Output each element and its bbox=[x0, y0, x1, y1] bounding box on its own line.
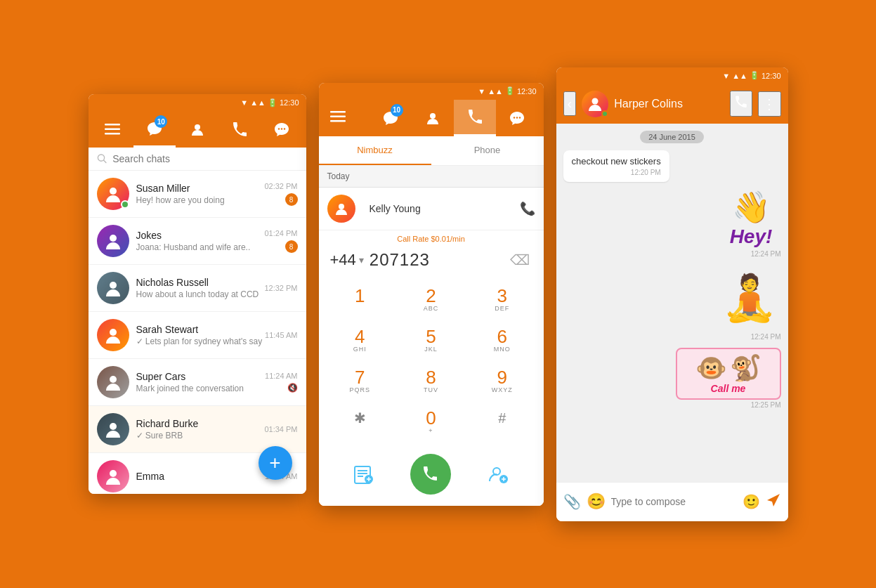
svg-point-14 bbox=[110, 423, 117, 430]
chat-info-nicholas: Nicholas Russell How about a lunch today… bbox=[136, 277, 265, 299]
avatar-jokes bbox=[97, 225, 129, 257]
chat-name-sarah: Sarah Stewart bbox=[136, 324, 266, 335]
send-icon[interactable] bbox=[766, 492, 781, 511]
chat-name-jokes: Jokes bbox=[136, 230, 265, 241]
svg-point-19 bbox=[430, 113, 436, 119]
chat-item-sarah[interactable]: Sarah Stewart ✓ Lets plan for sydney wha… bbox=[89, 312, 306, 359]
mute-icon: 🔇 bbox=[287, 383, 298, 393]
backspace-button[interactable]: ⌫ bbox=[507, 249, 532, 271]
monkey-icon-left: 🐵 bbox=[695, 353, 727, 383]
svg-line-8 bbox=[103, 160, 105, 162]
contacts-btn[interactable] bbox=[348, 459, 379, 490]
chat-item-supercars[interactable]: Super Cars Mark joined the conversation … bbox=[89, 359, 306, 406]
attach-icon[interactable]: 📎 bbox=[563, 493, 581, 510]
chat-time-richard: 01:34 PM bbox=[264, 425, 297, 433]
recent-call-kelly[interactable]: Kelly Young 📞 bbox=[319, 188, 544, 230]
unread-badge-susan: 8 bbox=[285, 193, 298, 206]
chat-meta-sarah: 11:45 AM bbox=[265, 331, 297, 339]
phone-number-display[interactable]: 207123 bbox=[370, 250, 502, 270]
kelly-name: Kelly Young bbox=[370, 203, 513, 214]
chevron-down-icon: ▾ bbox=[359, 254, 364, 266]
subtab-nimbuzz[interactable]: Nimbuzz bbox=[319, 136, 431, 165]
chat-info-jokes: Jokes Joana: Husband and wife are.. bbox=[136, 230, 265, 252]
svg-rect-2 bbox=[105, 133, 120, 135]
chat-item-susan[interactable]: Susan Miller Hey! how are you doing 02:3… bbox=[89, 171, 306, 218]
chat-info-sarah: Sarah Stewart ✓ Lets plan for sydney wha… bbox=[136, 324, 266, 346]
key-8[interactable]: 8TUV bbox=[395, 361, 466, 402]
sticker-hey: 👋 Hey! bbox=[721, 189, 781, 249]
chat-header: ‹ Harper Colins ⋮ bbox=[556, 84, 788, 124]
tab-menu[interactable] bbox=[91, 111, 133, 148]
today-label: Today bbox=[319, 166, 544, 188]
add-contact-btn[interactable] bbox=[483, 459, 514, 490]
chat-preview-richard: ✓ Sure BRB bbox=[136, 431, 265, 440]
call-button-header[interactable] bbox=[730, 91, 752, 117]
key-9[interactable]: 9WXYZ bbox=[466, 361, 537, 402]
compose-input[interactable] bbox=[611, 496, 737, 507]
chat-time-sarah: 11:45 AM bbox=[265, 331, 297, 339]
chat-item-jokes[interactable]: Jokes Joana: Husband and wife are.. 01:2… bbox=[89, 218, 306, 265]
sticker-girl: 🧘 bbox=[718, 265, 781, 332]
chat-item-nicholas[interactable]: Nicholas Russell How about a lunch today… bbox=[89, 265, 306, 312]
tab-contacts[interactable] bbox=[176, 111, 218, 148]
menu-btn-2[interactable] bbox=[325, 110, 351, 126]
subtab-phone[interactable]: Phone bbox=[431, 136, 544, 165]
svg-point-21 bbox=[516, 117, 517, 118]
chat-info-susan: Susan Miller Hey! how are you doing bbox=[136, 183, 265, 205]
tab-more[interactable] bbox=[261, 111, 303, 148]
svg-point-4 bbox=[278, 128, 280, 129]
msg-text-stickers: checkout new stickers bbox=[572, 156, 661, 166]
chat-name-susan: Susan Miller bbox=[136, 183, 265, 194]
key-star[interactable]: ✱ bbox=[325, 402, 395, 443]
tab2-calls[interactable] bbox=[454, 100, 496, 136]
key-4[interactable]: 4GHI bbox=[325, 320, 395, 361]
fab-button[interactable]: + bbox=[259, 446, 292, 480]
sticker-icon[interactable]: 😊 bbox=[587, 492, 606, 511]
screens-container: ▼ ▲▲ 🔋 12:30 10 bbox=[89, 67, 788, 521]
avatar-emma bbox=[97, 460, 129, 492]
emoji-icon[interactable]: 🙂 bbox=[743, 493, 760, 510]
sticker-monkey: 🐵 🐒 Call me bbox=[676, 348, 781, 400]
screen1-chats: ▼ ▲▲ 🔋 12:30 10 bbox=[89, 94, 306, 494]
key-6[interactable]: 6MNO bbox=[466, 320, 537, 361]
time-display-2: 12:30 bbox=[517, 87, 537, 96]
status-icons-1: ▼ ▲▲ 🔋 12:30 bbox=[240, 98, 299, 107]
hand-wave-icon: 👋 bbox=[732, 189, 771, 226]
key-3[interactable]: 3DEF bbox=[466, 280, 537, 320]
number-input-row: +44 ▾ 207123 ⌫ bbox=[319, 246, 544, 277]
status-bar-3: ▼ ▲▲ 🔋 12:30 bbox=[556, 67, 788, 84]
tab-calls[interactable] bbox=[218, 111, 261, 148]
avatar-sarah bbox=[97, 319, 129, 351]
battery-icon-3: 🔋 bbox=[750, 71, 759, 80]
svg-point-9 bbox=[110, 188, 117, 195]
country-code[interactable]: +44 ▾ bbox=[330, 251, 364, 269]
tab2-contacts[interactable] bbox=[412, 100, 454, 136]
avatar-kelly bbox=[327, 195, 355, 223]
chat-meta-jokes: 01:24 PM 8 bbox=[264, 229, 297, 253]
key-0[interactable]: 0+ bbox=[395, 402, 466, 443]
recent-section: Today Kelly Young 📞 bbox=[319, 166, 544, 230]
search-input[interactable] bbox=[112, 153, 297, 164]
svg-point-22 bbox=[518, 117, 520, 118]
key-2[interactable]: 2ABC bbox=[395, 280, 466, 320]
tab2-more[interactable] bbox=[496, 100, 538, 136]
search-icon bbox=[97, 153, 107, 164]
chat-time-supercars: 11:24 AM bbox=[265, 372, 297, 380]
call-rate: Call Rate $0.01/min bbox=[319, 230, 544, 246]
header-actions: ⋮ bbox=[730, 91, 781, 117]
key-1[interactable]: 1 bbox=[325, 280, 395, 320]
tab-chats[interactable]: 10 bbox=[133, 111, 176, 148]
tab2-chats[interactable]: 10 bbox=[370, 100, 412, 136]
monkey-icon-right: 🐒 bbox=[730, 353, 761, 383]
call-type-icon: 📞 bbox=[520, 201, 535, 216]
back-button[interactable]: ‹ bbox=[563, 91, 577, 116]
key-7[interactable]: 7PQRS bbox=[325, 361, 395, 402]
svg-point-35 bbox=[592, 98, 599, 104]
more-button-header[interactable]: ⋮ bbox=[758, 91, 781, 117]
chat-name-nicholas: Nicholas Russell bbox=[136, 277, 265, 288]
chat-preview-jokes: Joana: Husband and wife are.. bbox=[136, 242, 265, 252]
key-5[interactable]: 5JKL bbox=[395, 320, 466, 361]
key-hash[interactable]: # bbox=[466, 402, 537, 443]
chat-time-jokes: 01:24 PM bbox=[264, 229, 297, 237]
dial-call-button[interactable] bbox=[410, 454, 451, 495]
